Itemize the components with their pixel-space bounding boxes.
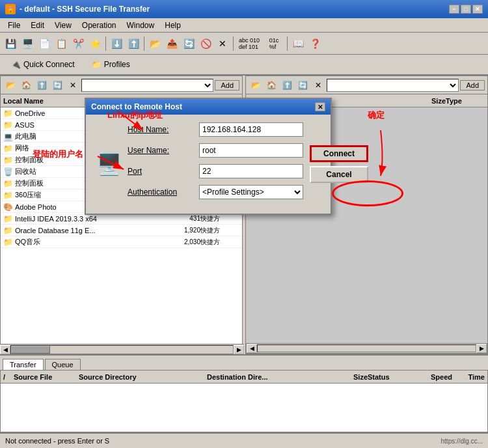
remote-folder-btn[interactable]: 📂	[249, 78, 263, 92]
local-scroll-right[interactable]: ▶	[234, 345, 244, 354]
connect-dialog[interactable]: Connect to Remote Host ✕ 🖥️ Host Name: U…	[85, 98, 332, 215]
tab-queue[interactable]: Queue	[45, 359, 81, 370]
remote-delete-btn[interactable]: ✕	[311, 78, 325, 92]
toolbar-help[interactable]: ❓	[307, 36, 323, 51]
local-delete-btn[interactable]: ✕	[66, 78, 80, 92]
file-size: 1,920	[161, 227, 200, 234]
file-type: 快捷方	[200, 238, 239, 247]
cancel-button[interactable]: Cancel	[310, 166, 368, 183]
quick-connect-button[interactable]: 🔌 Quick Connect	[5, 58, 81, 71]
profiles-button[interactable]: 📁 Profiles	[86, 58, 136, 71]
th-status: Status	[368, 373, 413, 381]
port-label: Port	[128, 167, 199, 176]
file-name: Oracle Database 11g E...	[15, 227, 161, 234]
computer-icon: 🖥️	[96, 152, 122, 176]
col-remote-type: Type	[446, 97, 485, 105]
remote-panel-toolbar: 📂 🏠 ⬆️ 🔄 ✕ Add	[246, 76, 487, 94]
file-size: 2,030	[161, 238, 200, 245]
toolbar-up[interactable]: ⬆️	[126, 36, 141, 51]
connect-button[interactable]: Connect	[310, 145, 368, 162]
minimize-button[interactable]: −	[449, 5, 459, 14]
toolbar-cut[interactable]: ✂️	[70, 36, 86, 51]
file-icon: 📁	[3, 226, 15, 235]
local-h-scrollbar[interactable]: ◀ ▶	[0, 344, 244, 354]
auth-select[interactable]: <Profile Settings>	[199, 185, 303, 199]
auth-row: Authentication <Profile Settings>	[128, 185, 303, 199]
file-icon: 📁	[3, 144, 15, 153]
menu-bar: File Edit View Operation Window Help	[0, 18, 488, 33]
local-refresh-btn[interactable]: 🔄	[50, 78, 64, 92]
port-input[interactable]	[199, 164, 303, 178]
file-icon: 🗑️	[3, 167, 15, 176]
quick-connect-label: Quick Connect	[23, 60, 75, 69]
toolbar-separator-4	[287, 36, 288, 51]
dialog-buttons: Connect Cancel	[310, 122, 368, 206]
toolbar-abc010[interactable]: abc 010def 101	[236, 36, 262, 51]
scroll-right-btn[interactable]: ▶	[476, 344, 487, 353]
status-bar: Not connected - press Enter or S https:/…	[0, 432, 488, 448]
app-icon: 🔒	[5, 4, 16, 14]
dialog-fields: Host Name: User Name: Port Authenticatio…	[128, 122, 303, 206]
profiles-icon: 📁	[92, 60, 102, 69]
local-scroll-left[interactable]: ◀	[0, 345, 10, 354]
local-home-btn[interactable]: 🏠	[19, 78, 33, 92]
local-folder-btn[interactable]: 📂	[3, 78, 18, 92]
toolbar-monitor[interactable]: 🖥️	[20, 36, 35, 51]
user-input[interactable]	[199, 143, 303, 158]
menu-file[interactable]: File	[3, 20, 25, 31]
list-item[interactable]: 📁 Oracle Database 11g E... 1,920 快捷方	[1, 225, 242, 236]
toolbar-folder[interactable]: 📂	[147, 36, 163, 51]
local-path-dropdown[interactable]	[81, 79, 213, 92]
toolbar-star[interactable]: ⭐	[87, 36, 103, 51]
file-icon: 💻	[3, 132, 15, 141]
toolbar-down[interactable]: ⬇️	[109, 36, 124, 51]
close-button[interactable]: ✕	[472, 5, 483, 14]
toolbar-refresh[interactable]: 🔄	[181, 36, 197, 51]
menu-view[interactable]: View	[49, 20, 77, 31]
window-title: - default - SSH Secure File Transfer	[20, 5, 150, 14]
toolbar-stop[interactable]: 🚫	[198, 36, 213, 51]
th-time: Time	[452, 373, 485, 381]
file-icon: 📁	[3, 238, 15, 247]
toolbar-close[interactable]: ✕	[215, 36, 230, 51]
remote-path-dropdown[interactable]	[327, 79, 459, 92]
quick-connect-toolbar: 🔌 Quick Connect 📁 Profiles	[0, 55, 488, 76]
dialog-body: 🖥️ Host Name: User Name: Port	[86, 115, 331, 214]
toolbar-copy[interactable]: 📋	[53, 36, 69, 51]
toolbar-upload[interactable]: 📤	[164, 36, 180, 51]
remote-add-button[interactable]: Add	[460, 80, 485, 91]
th-slash: /	[3, 373, 14, 381]
toolbar-separator-3	[233, 36, 234, 51]
menu-window[interactable]: Window	[122, 20, 160, 31]
scroll-left-btn[interactable]: ◀	[247, 344, 257, 353]
remote-up-btn[interactable]: ⬆️	[280, 78, 294, 92]
status-url: https://dlg.cc...	[441, 438, 483, 445]
quick-connect-icon: 🔌	[11, 60, 21, 69]
remote-h-scrollbar[interactable]: ◀ ▶	[246, 343, 487, 354]
menu-edit[interactable]: Edit	[25, 20, 49, 31]
tab-transfer[interactable]: Transfer	[3, 359, 44, 370]
toolbar-0x010[interactable]: 01c%f	[264, 36, 284, 51]
file-type: 快捷方	[200, 226, 239, 235]
user-row: User Name:	[128, 143, 303, 158]
local-add-button[interactable]: Add	[215, 80, 239, 91]
local-up-btn[interactable]: ⬆️	[34, 78, 49, 92]
host-input[interactable]	[199, 122, 303, 137]
dialog-close-button[interactable]: ✕	[315, 102, 325, 111]
remote-refresh-btn[interactable]: 🔄	[295, 78, 310, 92]
toolbar-save[interactable]: 💾	[3, 36, 18, 51]
menu-help[interactable]: Help	[159, 20, 186, 31]
transfer-tabs: Transfer Queue	[0, 356, 488, 370]
toolbar-doc[interactable]: 📄	[36, 36, 52, 51]
file-type: 快捷方	[200, 214, 239, 223]
toolbar-book[interactable]: 📖	[290, 36, 306, 51]
list-item[interactable]: 📁 QQ音乐 2,030 快捷方	[1, 236, 242, 248]
local-panel-toolbar: 📂 🏠 ⬆️ 🔄 ✕ Add	[1, 76, 242, 94]
file-icon: 🎨	[3, 203, 15, 212]
port-row: Port	[128, 164, 303, 178]
menu-operation[interactable]: Operation	[77, 20, 122, 31]
dialog-title-text: Connect to Remote Host	[91, 102, 182, 111]
maximize-button[interactable]: □	[461, 5, 471, 14]
transfer-area: Transfer Queue / Source File Source Dire…	[0, 354, 488, 432]
remote-home-btn[interactable]: 🏠	[264, 78, 278, 92]
